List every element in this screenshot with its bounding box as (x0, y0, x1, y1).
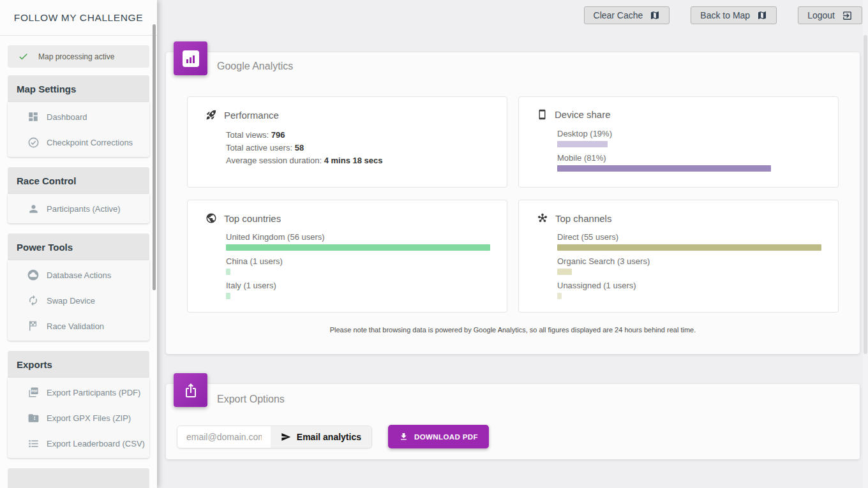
section-title: Race Control (8, 167, 149, 194)
total-views: Total views: 796 (226, 129, 490, 142)
bar-desktop (557, 141, 608, 147)
email-input-group: Email analytics (177, 425, 372, 448)
download-icon (399, 432, 408, 441)
topbar: Clear Cache Back to Map Logout (157, 0, 868, 30)
bar-mobile (557, 165, 771, 172)
sidebar-section-exports: Exports PDF Export Participants (PDF) (8, 351, 149, 458)
list-icon (27, 437, 40, 450)
person-icon (27, 202, 40, 215)
svg-text:PDF: PDF (31, 389, 38, 392)
flag-icon (27, 320, 40, 332)
page-scrollbar-thumb[interactable] (864, 35, 867, 354)
bar-china (226, 269, 230, 275)
sidebar-item-export-gpx-zip[interactable]: Export GPX Files (ZIP) (8, 405, 149, 431)
export-form: Email analytics DOWNLOAD PDF (177, 425, 489, 448)
analytics-disclaimer: Please note that browsing data is powere… (166, 326, 860, 334)
pdf-icon: PDF (27, 386, 40, 399)
section-title: Exports (8, 351, 149, 378)
sidebar-item-dashboard[interactable]: Dashboard (8, 104, 149, 129)
map-icon (757, 10, 767, 20)
card-title: Top channels (555, 213, 611, 224)
download-pdf-button[interactable]: DOWNLOAD PDF (388, 425, 489, 448)
card-title: Performance (224, 110, 279, 121)
top-channels-card: Top channels Direct (55 users) Organic S… (518, 200, 839, 313)
send-icon (281, 432, 291, 442)
google-analytics-panel: Google Analytics Performance Total views… (166, 52, 860, 354)
bar-label: Unassigned (1 users) (557, 281, 821, 290)
hub-icon (537, 212, 548, 224)
sidebar-item-race-validation[interactable]: Race Validation (8, 313, 149, 339)
page-scrollbar-track (863, 0, 868, 488)
bar-united-kingdom (226, 244, 490, 251)
device-share-card: Device share Desktop (19%) Mobile (81%) (518, 96, 839, 188)
logout-icon (842, 10, 853, 21)
bar-label: Desktop (19%) (557, 129, 821, 138)
sidebar-item-export-leaderboard-csv[interactable]: Export Leaderboard (CSV) (8, 431, 149, 456)
bar-label: Mobile (81%) (557, 153, 821, 163)
avg-session-duration: Average session duration: 4 mins 18 secs (226, 154, 490, 167)
performance-card: Performance Total views: 796 Total activ… (187, 96, 507, 188)
cloud-icon (27, 269, 40, 281)
globe-icon (206, 212, 217, 224)
card-title: Device share (555, 109, 611, 120)
section-title: Power Tools (8, 233, 149, 260)
bar-label: United Kingdom (56 users) (226, 232, 490, 242)
sidebar-section-race-control: Race Control Participants (Active) (8, 167, 149, 223)
sidebar: FOLLOW MY CHALLENGE Map processing activ… (0, 0, 157, 488)
bar-direct (557, 244, 821, 251)
export-options-panel: Export Options Email analytics DOWNLOAD … (166, 384, 860, 459)
logout-button[interactable]: Logout (798, 6, 862, 24)
total-active-users: Total active users: 58 (226, 142, 490, 154)
bar-label: Italy (1 users) (226, 281, 490, 290)
smartphone-icon (537, 109, 548, 120)
sidebar-scrollbar[interactable] (153, 24, 156, 290)
bar-italy (226, 293, 230, 299)
sidebar-item-checkpoint-corrections[interactable]: Checkpoint Corrections (8, 129, 149, 155)
panel-title: Export Options (217, 394, 285, 405)
top-countries-card: Top countries United Kingdom (56 users) … (187, 200, 507, 313)
back-to-map-button[interactable]: Back to Map (691, 6, 777, 24)
sidebar-section-cutoff (8, 468, 149, 488)
bar-label: Organic Search (3 users) (557, 256, 821, 266)
bar-label: China (1 users) (226, 256, 490, 266)
email-analytics-button[interactable]: Email analytics (271, 426, 371, 448)
sidebar-item-swap-device[interactable]: Swap Device (8, 288, 149, 313)
app-title: FOLLOW MY CHALLENGE (0, 0, 157, 36)
export-icon (174, 373, 207, 407)
check-circle-icon (27, 136, 40, 149)
card-title: Top countries (224, 213, 281, 224)
swap-icon (27, 294, 40, 307)
panel-title: Google Analytics (217, 61, 293, 72)
email-input[interactable] (177, 426, 271, 448)
bar-organic-search (557, 269, 572, 275)
status-label: Map processing active (38, 52, 114, 61)
sidebar-item-export-participants-pdf[interactable]: PDF Export Participants (PDF) (8, 380, 149, 405)
map-processing-status: Map processing active (8, 45, 149, 68)
sidebar-section-map-settings: Map Settings Dashboard Checkpoint Correc… (8, 75, 149, 157)
section-title: Map Settings (8, 75, 149, 102)
clear-cache-button[interactable]: Clear Cache (584, 6, 670, 24)
check-icon (18, 51, 29, 62)
sidebar-section-power-tools: Power Tools Database Actions Swap Device (8, 233, 149, 341)
rocket-icon (206, 109, 217, 121)
bar-unassigned (557, 293, 562, 299)
bar-label: Direct (55 users) (557, 232, 821, 242)
map-icon (650, 10, 660, 20)
dashboard-icon (27, 110, 40, 123)
folder-icon (27, 411, 40, 424)
sidebar-item-participants[interactable]: Participants (Active) (8, 196, 149, 221)
sidebar-item-database-actions[interactable]: Database Actions (8, 262, 149, 288)
analytics-icon (174, 41, 207, 75)
